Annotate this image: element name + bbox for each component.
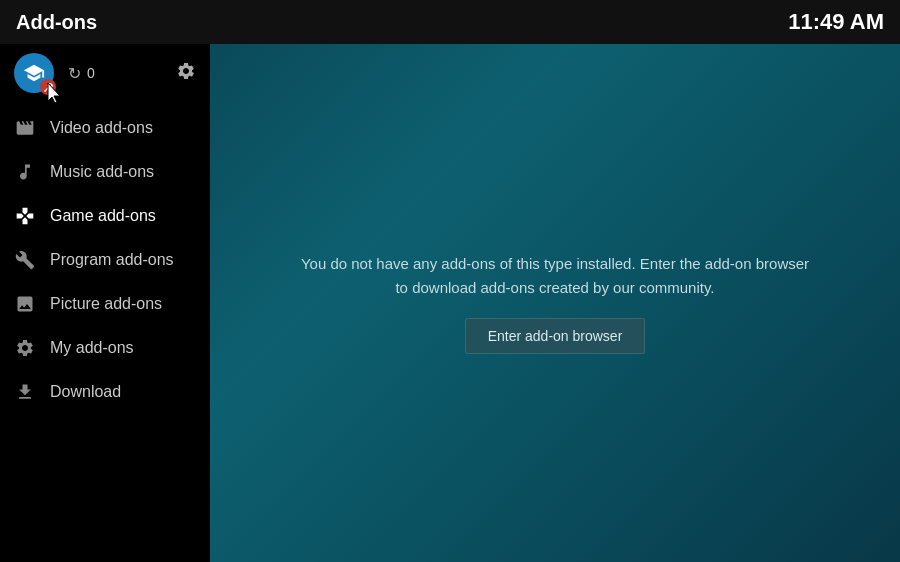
settings-button[interactable] (176, 61, 196, 86)
enter-browser-button[interactable]: Enter add-on browser (465, 318, 646, 354)
sidebar-item-label: Program add-ons (50, 251, 174, 269)
sidebar-item-my-addons[interactable]: My add-ons (0, 326, 210, 370)
film-icon (14, 117, 36, 139)
sidebar-item-label: My add-ons (50, 339, 134, 357)
cursor-icon (44, 81, 66, 107)
page-title: Add-ons (16, 11, 97, 34)
sidebar-item-download[interactable]: Download (0, 370, 210, 414)
empty-state-message: You do not have any add-ons of this type… (295, 252, 815, 354)
sidebar-item-label: Picture add-ons (50, 295, 162, 313)
addon-icon-button[interactable] (14, 53, 54, 93)
clock: 11:49 AM (788, 9, 884, 35)
main-layout: ↻ 0 Video add-ons (0, 44, 900, 562)
content-area: You do not have any add-ons of this type… (210, 44, 900, 562)
gear-icon (176, 61, 196, 81)
sidebar-item-label: Video add-ons (50, 119, 153, 137)
sidebar-item-music-addons[interactable]: Music add-ons (0, 150, 210, 194)
sidebar-top-bar: ↻ 0 (0, 44, 210, 102)
sidebar-nav: Video add-ons Music add-ons Game add-ons (0, 102, 210, 562)
refresh-button[interactable]: ↻ 0 (68, 64, 95, 83)
refresh-count: 0 (87, 65, 95, 81)
empty-state-text: You do not have any add-ons of this type… (295, 252, 815, 300)
sidebar-item-video-addons[interactable]: Video add-ons (0, 106, 210, 150)
settings-cog-icon (14, 337, 36, 359)
refresh-icon: ↻ (68, 64, 81, 83)
sidebar-item-label: Download (50, 383, 121, 401)
sidebar-item-picture-addons[interactable]: Picture add-ons (0, 282, 210, 326)
header: Add-ons 11:49 AM (0, 0, 900, 44)
gamepad-icon (14, 205, 36, 227)
music-icon (14, 161, 36, 183)
sidebar-item-label: Game add-ons (50, 207, 156, 225)
download-icon (14, 381, 36, 403)
sidebar-item-program-addons[interactable]: Program add-ons (0, 238, 210, 282)
sidebar: ↻ 0 Video add-ons (0, 44, 210, 562)
sidebar-item-label: Music add-ons (50, 163, 154, 181)
image-icon (14, 293, 36, 315)
tools-icon (14, 249, 36, 271)
sidebar-item-game-addons[interactable]: Game add-ons (0, 194, 210, 238)
